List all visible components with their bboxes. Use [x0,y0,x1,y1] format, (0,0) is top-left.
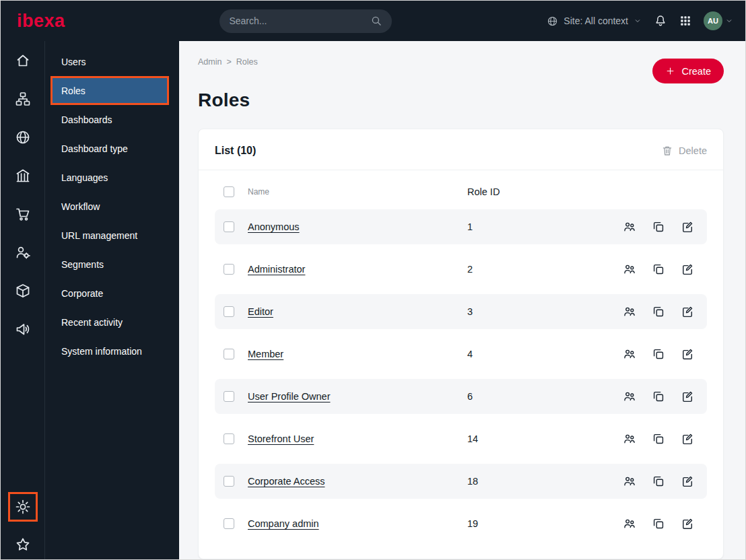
create-button[interactable]: Create [652,59,724,83]
sidebar-item-url-management[interactable]: URL management [45,221,179,250]
assign-icon[interactable] [623,305,636,318]
main-layout: Users Roles Dashboards Dashboard type La… [1,41,745,559]
role-name-link[interactable]: Member [248,349,283,359]
copy-icon[interactable] [652,390,665,403]
role-id: 18 [467,476,623,487]
table-row: Editor 3 [215,294,707,329]
row-checkbox[interactable] [224,264,234,275]
main-content: Admin > Roles Create Roles List (10) Del… [179,41,745,559]
cart-icon[interactable] [15,206,31,222]
role-name-link[interactable]: Storefront User [248,433,314,444]
assign-icon[interactable] [623,432,636,446]
role-id: 3 [467,306,623,317]
copy-icon[interactable] [652,305,665,318]
edit-icon[interactable] [681,262,694,276]
globe-icon[interactable] [15,129,31,145]
assign-icon[interactable] [623,475,636,488]
ibexa-logo: ibexa [17,12,65,30]
company-icon[interactable] [15,168,31,184]
table-row: Anonymous 1 [215,209,707,244]
global-search[interactable] [219,9,392,33]
breadcrumb-admin[interactable]: Admin [198,57,222,67]
assign-icon[interactable] [623,220,636,234]
copy-icon[interactable] [652,517,665,530]
row-checkbox[interactable] [224,349,234,359]
breadcrumb: Admin > Roles [198,57,724,67]
apps-grid-icon[interactable] [679,15,691,27]
avatar[interactable]: AU [704,11,722,30]
catalog-icon[interactable] [15,283,31,299]
sidebar-item-dashboards[interactable]: Dashboards [45,105,179,134]
select-all-checkbox[interactable] [224,186,234,197]
edit-icon[interactable] [681,390,694,403]
sidebar-item-corporate[interactable]: Corporate [45,279,179,308]
home-icon[interactable] [15,53,31,69]
assign-icon[interactable] [623,390,636,403]
list-title: List (10) [215,145,256,157]
sitemap-icon[interactable] [15,91,31,107]
sidebar-item-dashboard-type[interactable]: Dashboard type [45,134,179,163]
copy-icon[interactable] [652,347,665,361]
edit-icon[interactable] [681,475,694,488]
row-checkbox[interactable] [224,433,234,444]
edit-icon[interactable] [681,305,694,318]
role-name-link[interactable]: Corporate Access [248,476,325,487]
site-context-selector[interactable]: Site: All context [547,15,642,27]
copy-icon[interactable] [652,262,665,276]
table-row: Corporate Access 18 [215,464,707,499]
trash-icon [661,145,673,157]
assign-icon[interactable] [623,347,636,361]
row-checkbox[interactable] [224,476,234,487]
copy-icon[interactable] [652,475,665,488]
copy-icon[interactable] [652,432,665,446]
sidebar-item-system-information[interactable]: System information [45,337,179,365]
role-name-link[interactable]: User Profile Owner [248,391,330,402]
breadcrumb-roles[interactable]: Roles [236,57,258,67]
bell-icon[interactable] [654,14,667,28]
edit-icon[interactable] [681,347,694,361]
user-menu[interactable]: AU [704,11,733,30]
row-checkbox[interactable] [224,391,234,402]
admin-gear-highlight[interactable] [8,492,38,522]
gear-icon[interactable] [15,499,31,515]
role-name-link[interactable]: Administrator [248,264,305,275]
role-name-link[interactable]: Company admin [248,518,319,529]
search-icon[interactable] [370,15,382,27]
sidebar-item-roles[interactable]: Roles [50,76,169,105]
sidebar-item-label: Workflow [61,201,100,212]
star-icon[interactable] [15,536,31,553]
sidebar-item-languages[interactable]: Languages [45,163,179,192]
delete-button-label: Delete [679,145,707,156]
list-card-header: List (10) Delete [199,129,723,170]
sidebar-item-label: Languages [61,172,108,183]
sidebar-item-label: Roles [61,85,86,96]
assign-icon[interactable] [623,262,636,276]
search-input[interactable] [229,15,370,26]
row-checkbox[interactable] [224,221,234,232]
copy-icon[interactable] [652,220,665,234]
edit-icon[interactable] [681,432,694,446]
row-checkbox[interactable] [224,518,234,529]
row-checkbox[interactable] [224,306,234,317]
edit-icon[interactable] [681,220,694,234]
delete-button[interactable]: Delete [661,145,707,157]
plus-icon [665,66,675,76]
sidebar-item-users[interactable]: Users [45,47,179,76]
table-row: User Profile Owner 6 [215,379,707,414]
sidebar-item-recent-activity[interactable]: Recent activity [45,308,179,337]
role-name-link[interactable]: Anonymous [248,221,300,232]
assign-icon[interactable] [623,517,636,530]
personalization-icon[interactable] [15,244,31,260]
column-header-role-id: Role ID [467,186,694,197]
edit-icon[interactable] [681,517,694,530]
sidebar-item-label: Recent activity [61,317,123,328]
column-header-name: Name [248,187,467,197]
role-id: 2 [467,264,623,275]
sidebar-item-segments[interactable]: Segments [45,250,179,279]
megaphone-icon[interactable] [15,321,31,337]
sidebar-item-workflow[interactable]: Workflow [45,192,179,221]
role-name-link[interactable]: Editor [248,306,273,317]
topbar-right-group: Site: All context AU [547,11,733,30]
sidebar-item-label: Segments [61,259,104,270]
create-button-label: Create [681,66,711,77]
